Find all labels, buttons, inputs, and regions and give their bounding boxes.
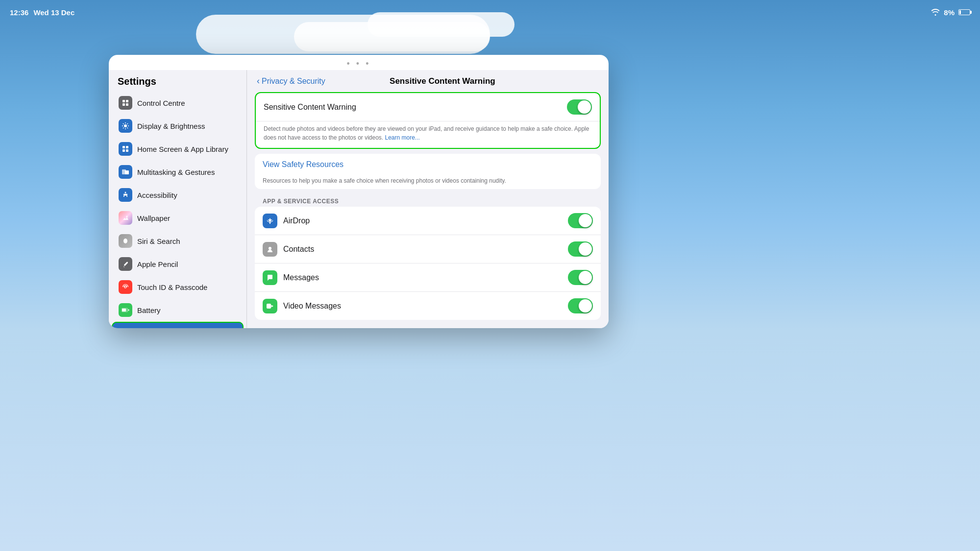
toggle-knob bbox=[579, 242, 592, 256]
svg-line-12 bbox=[123, 128, 124, 129]
back-label: Privacy & Security bbox=[262, 77, 325, 86]
app-service-card: AirDrop bbox=[255, 207, 601, 320]
svg-marker-38 bbox=[271, 305, 274, 307]
display-icon bbox=[119, 119, 132, 133]
right-panel: ‹ Privacy & Security Sensitive Content W… bbox=[247, 70, 609, 328]
battery-label: Battery bbox=[137, 306, 161, 314]
svg-line-10 bbox=[127, 128, 128, 129]
svg-rect-27 bbox=[128, 310, 129, 311]
messages-label: Messages bbox=[283, 273, 568, 282]
back-link[interactable]: ‹ Privacy & Security bbox=[257, 76, 325, 86]
video-messages-icon bbox=[263, 299, 277, 313]
chevron-left-icon: ‹ bbox=[257, 76, 260, 86]
pencil-icon bbox=[119, 257, 132, 271]
sensitive-content-row: Sensitive Content Warning bbox=[256, 93, 600, 121]
sensitive-content-label: Sensitive Content Warning bbox=[264, 103, 567, 112]
toggle-knob bbox=[579, 214, 592, 227]
svg-rect-26 bbox=[122, 309, 126, 311]
messages-toggle[interactable] bbox=[568, 270, 593, 285]
multitasking-label: Multitasking & Gestures bbox=[137, 168, 215, 176]
sensitive-content-toggle[interactable] bbox=[567, 99, 592, 115]
toggle-knob bbox=[579, 271, 592, 284]
main-toggle-card: Sensitive Content Warning Detect nude ph… bbox=[255, 92, 601, 149]
accessibility-label: Accessibility bbox=[137, 191, 177, 199]
svg-point-21 bbox=[123, 239, 127, 243]
toggle-knob bbox=[579, 299, 592, 312]
svg-marker-23 bbox=[123, 266, 124, 267]
privacy-icon bbox=[119, 326, 132, 328]
svg-rect-3 bbox=[126, 103, 128, 106]
battery-percent: 8% bbox=[944, 8, 955, 17]
control-centre-icon bbox=[119, 96, 132, 110]
homescreen-icon bbox=[119, 142, 132, 156]
status-left: 12:36 Wed 13 Dec bbox=[10, 8, 74, 17]
sidebar-item-control-centre[interactable]: Control Centre bbox=[112, 92, 244, 114]
battery-icon bbox=[958, 9, 970, 15]
safety-resources-link[interactable]: View Safety Resources bbox=[255, 154, 601, 175]
airdrop-row: AirDrop bbox=[255, 207, 601, 235]
svg-point-24 bbox=[124, 286, 126, 288]
panel-title: Sensitive Content Warning bbox=[325, 76, 560, 86]
svg-rect-18 bbox=[125, 170, 129, 174]
analytics-header: ANALYTICS & IMPROVEMENTS bbox=[255, 325, 601, 328]
svg-rect-13 bbox=[122, 146, 125, 148]
sidebar-item-touchid[interactable]: Touch ID & Passcode bbox=[112, 276, 244, 298]
status-right: 8% bbox=[931, 8, 970, 17]
sidebar-item-display[interactable]: Display & Brightness bbox=[112, 115, 244, 137]
settings-container: Settings Control Centre bbox=[109, 70, 609, 328]
main-description: Detect nude photos and videos before the… bbox=[256, 121, 600, 148]
sidebar-item-battery[interactable]: Battery bbox=[112, 299, 244, 321]
svg-point-4 bbox=[124, 124, 127, 127]
svg-rect-16 bbox=[126, 149, 128, 152]
svg-rect-14 bbox=[126, 146, 128, 148]
toggle-knob bbox=[578, 100, 591, 114]
status-date: Wed 13 Dec bbox=[33, 8, 74, 17]
video-messages-toggle[interactable] bbox=[568, 298, 593, 313]
sidebar-item-homescreen[interactable]: Home Screen & App Library bbox=[112, 138, 244, 160]
touchid-icon bbox=[119, 280, 132, 294]
sidebar-item-multitasking[interactable]: Multitasking & Gestures bbox=[112, 161, 244, 183]
multitasking-icon bbox=[119, 165, 132, 179]
sidebar-item-pencil[interactable]: Apple Pencil bbox=[112, 253, 244, 275]
messages-row: Messages bbox=[255, 264, 601, 292]
video-messages-label: Video Messages bbox=[283, 302, 568, 311]
airdrop-toggle[interactable] bbox=[568, 213, 593, 228]
svg-rect-37 bbox=[267, 304, 271, 309]
sidebar-item-siri[interactable]: Siri & Search bbox=[112, 230, 244, 252]
svg-rect-22 bbox=[123, 262, 128, 266]
app-service-header: APP & SERVICE ACCESS bbox=[255, 194, 601, 207]
svg-rect-1 bbox=[126, 100, 128, 102]
video-messages-row: Video Messages bbox=[255, 292, 601, 320]
svg-point-20 bbox=[126, 216, 128, 217]
wallpaper-label: Wallpaper bbox=[137, 214, 170, 222]
messages-icon bbox=[263, 270, 277, 285]
ipad-frame: • • • Settings Control Centre bbox=[109, 55, 609, 328]
sidebar: Settings Control Centre bbox=[109, 70, 247, 328]
siri-label: Siri & Search bbox=[137, 237, 180, 245]
analytics-section: ANALYTICS & IMPROVEMENTS Improve Sensiti… bbox=[255, 325, 601, 328]
panel-header: ‹ Privacy & Security Sensitive Content W… bbox=[247, 70, 609, 92]
siri-icon bbox=[119, 234, 132, 248]
accessibility-icon bbox=[119, 188, 132, 202]
sidebar-title: Settings bbox=[109, 70, 246, 91]
contacts-toggle[interactable] bbox=[568, 241, 593, 257]
learn-more-link[interactable]: Learn more... bbox=[385, 134, 420, 141]
svg-rect-15 bbox=[122, 149, 125, 152]
status-bar: 12:36 Wed 13 Dec 8% bbox=[0, 0, 980, 24]
svg-rect-2 bbox=[122, 103, 125, 106]
sidebar-item-wallpaper[interactable]: Wallpaper bbox=[112, 207, 244, 229]
svg-line-11 bbox=[127, 123, 128, 124]
wifi-icon bbox=[931, 9, 940, 16]
safety-resources-card: View Safety Resources Resources to help … bbox=[255, 154, 601, 189]
contacts-row: Contacts bbox=[255, 235, 601, 264]
svg-line-9 bbox=[123, 123, 124, 124]
drag-dots: • • • bbox=[109, 55, 609, 70]
contacts-label: Contacts bbox=[283, 245, 568, 254]
touchid-label: Touch ID & Passcode bbox=[137, 283, 207, 291]
sidebar-item-privacy[interactable]: Privacy & Security bbox=[112, 322, 244, 328]
svg-point-36 bbox=[269, 247, 271, 250]
sidebar-item-accessibility[interactable]: Accessibility bbox=[112, 184, 244, 206]
status-time: 12:36 bbox=[10, 8, 28, 17]
wallpaper-icon bbox=[119, 211, 132, 225]
app-service-section: APP & SERVICE ACCESS AirDrop bbox=[255, 194, 601, 320]
